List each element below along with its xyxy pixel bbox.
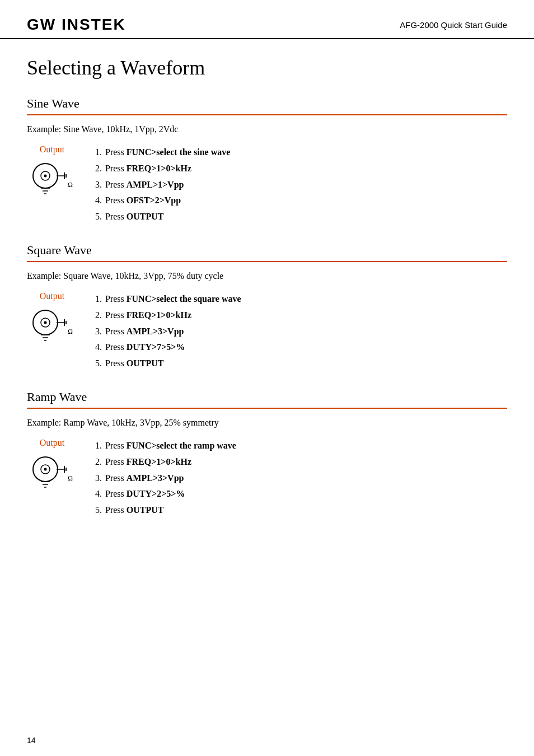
svg-text:Ω: Ω	[68, 474, 73, 482]
section-example-sine: Example: Sine Wave, 10kHz, 1Vpp, 2Vdc	[27, 124, 507, 134]
output-row-sine: OutputΩ1.Press FUNC>select the sine wave…	[27, 144, 507, 225]
step-bold-ramp-4: DUTY>2>5>%	[127, 489, 185, 498]
step-num-square-5: 5.	[88, 356, 102, 372]
step-item-ramp-5: 5.Press OUTPUT	[88, 502, 236, 519]
step-text-ramp-2: Press FREQ>1>0>kHz	[105, 454, 236, 470]
svg-text:Ω: Ω	[68, 181, 73, 189]
step-item-sine-5: 5.Press OUTPUT	[88, 209, 230, 225]
step-text-square-2: Press FREQ>1>0>kHz	[105, 307, 241, 324]
connector-icon-ramp: Ω	[30, 452, 74, 492]
step-text-ramp-3: Press AMPL>3>Vpp	[105, 470, 236, 487]
step-item-square-5: 5.Press OUTPUT	[88, 356, 241, 372]
step-item-sine-3: 3.Press AMPL>1>Vpp	[88, 177, 230, 193]
step-num-ramp-1: 1.	[88, 438, 102, 454]
steps-list-ramp: 1.Press FUNC>select the ramp wave2.Press…	[88, 438, 236, 519]
section-example-square: Example: Square Wave, 10kHz, 3Vpp, 75% d…	[27, 271, 507, 281]
output-label-square: Output	[40, 291, 64, 301]
step-text-square-5: Press OUTPUT	[105, 356, 241, 372]
logo-text: GW INSTEK	[27, 16, 126, 33]
step-item-ramp-4: 4.Press DUTY>2>5>%	[88, 486, 236, 502]
section-square: Square WaveExample: Square Wave, 10kHz, …	[27, 243, 507, 372]
step-text-sine-3: Press AMPL>1>Vpp	[105, 177, 230, 193]
svg-text:Ω: Ω	[68, 328, 73, 335]
step-num-square-4: 4.	[88, 339, 102, 356]
step-item-sine-4: 4.Press OFST>2>Vpp	[88, 193, 230, 209]
step-num-ramp-2: 2.	[88, 454, 102, 470]
section-divider-square	[27, 261, 507, 262]
step-bold-square-2: FREQ>1>0>kHz	[127, 310, 191, 320]
step-item-square-2: 2.Press FREQ>1>0>kHz	[88, 307, 241, 324]
section-divider-sine	[27, 114, 507, 115]
step-item-square-1: 1.Press FUNC>select the square wave	[88, 291, 241, 307]
step-text-ramp-4: Press DUTY>2>5>%	[105, 486, 236, 502]
page-header: GW INSTEK AFG-2000 Quick Start Guide	[0, 0, 534, 39]
step-bold-sine-5: OUTPUT	[127, 212, 164, 221]
page-content: Selecting a Waveform Sine WaveExample: S…	[0, 39, 534, 559]
step-bold-ramp-3: AMPL>3>Vpp	[127, 473, 184, 483]
sections-container: Sine WaveExample: Sine Wave, 10kHz, 1Vpp…	[27, 96, 507, 519]
section-ramp: Ramp WaveExample: Ramp Wave, 10kHz, 3Vpp…	[27, 390, 507, 519]
step-num-square-3: 3.	[88, 324, 102, 340]
step-item-ramp-1: 1.Press FUNC>select the ramp wave	[88, 438, 236, 454]
step-bold-sine-2: FREQ>1>0>kHz	[127, 164, 191, 173]
step-item-sine-2: 2.Press FREQ>1>0>kHz	[88, 161, 230, 177]
step-item-ramp-3: 3.Press AMPL>3>Vpp	[88, 470, 236, 487]
step-item-ramp-2: 2.Press FREQ>1>0>kHz	[88, 454, 236, 470]
step-bold-sine-1: FUNC>select the sine wave	[127, 147, 231, 157]
output-row-ramp: OutputΩ1.Press FUNC>select the ramp wave…	[27, 438, 507, 519]
step-bold-square-3: AMPL>3>Vpp	[127, 326, 184, 336]
step-bold-sine-3: AMPL>1>Vpp	[127, 180, 184, 189]
step-bold-square-5: OUTPUT	[127, 358, 164, 368]
step-text-sine-5: Press OUTPUT	[105, 209, 230, 225]
step-num-sine-5: 5.	[88, 209, 102, 225]
page-title: Selecting a Waveform	[27, 56, 507, 80]
step-bold-ramp-1: FUNC>select the ramp wave	[127, 441, 236, 450]
section-heading-ramp: Ramp Wave	[27, 390, 507, 404]
section-sine: Sine WaveExample: Sine Wave, 10kHz, 1Vpp…	[27, 96, 507, 225]
section-heading-square: Square Wave	[27, 243, 507, 258]
step-text-square-3: Press AMPL>3>Vpp	[105, 324, 241, 340]
step-text-sine-1: Press FUNC>select the sine wave	[105, 144, 230, 161]
step-bold-square-1: FUNC>select the square wave	[127, 294, 241, 304]
section-divider-ramp	[27, 408, 507, 409]
step-bold-sine-4: OFST>2>Vpp	[127, 195, 181, 205]
step-num-sine-2: 2.	[88, 161, 102, 177]
connector-icon-sine: Ω	[30, 159, 74, 198]
output-label-col-sine: OutputΩ	[27, 144, 77, 198]
connector-icon-square: Ω	[30, 306, 74, 345]
step-num-ramp-3: 3.	[88, 470, 102, 487]
svg-point-14	[44, 321, 47, 324]
step-num-sine-4: 4.	[88, 193, 102, 209]
output-row-square: OutputΩ1.Press FUNC>select the square wa…	[27, 291, 507, 372]
step-text-square-4: Press DUTY>7>5>%	[105, 339, 241, 356]
step-bold-square-4: DUTY>7>5>%	[127, 342, 185, 352]
output-label-col-square: OutputΩ	[27, 291, 77, 345]
output-label-col-ramp: OutputΩ	[27, 438, 77, 492]
svg-point-2	[44, 175, 47, 178]
step-text-ramp-1: Press FUNC>select the ramp wave	[105, 438, 236, 454]
output-label-ramp: Output	[40, 438, 64, 448]
step-num-ramp-5: 5.	[88, 502, 102, 519]
step-text-ramp-5: Press OUTPUT	[105, 502, 236, 519]
page-number: 14	[27, 736, 36, 745]
section-heading-sine: Sine Wave	[27, 96, 507, 111]
step-item-square-3: 3.Press AMPL>3>Vpp	[88, 324, 241, 340]
steps-list-square: 1.Press FUNC>select the square wave2.Pre…	[88, 291, 241, 372]
section-example-ramp: Example: Ramp Wave, 10kHz, 3Vpp, 25% sym…	[27, 418, 507, 428]
step-num-ramp-4: 4.	[88, 486, 102, 502]
step-num-square-1: 1.	[88, 291, 102, 307]
output-label-sine: Output	[40, 144, 64, 155]
step-bold-ramp-5: OUTPUT	[127, 505, 164, 515]
step-num-sine-3: 3.	[88, 177, 102, 193]
step-item-square-4: 4.Press DUTY>7>5>%	[88, 339, 241, 356]
page-footer: 14	[27, 736, 36, 745]
logo: GW INSTEK	[27, 16, 126, 34]
svg-point-26	[44, 468, 47, 470]
step-text-sine-4: Press OFST>2>Vpp	[105, 193, 230, 209]
guide-title: AFG-2000 Quick Start Guide	[400, 16, 507, 30]
step-text-square-1: Press FUNC>select the square wave	[105, 291, 241, 307]
step-item-sine-1: 1.Press FUNC>select the sine wave	[88, 144, 230, 161]
step-num-square-2: 2.	[88, 307, 102, 324]
steps-list-sine: 1.Press FUNC>select the sine wave2.Press…	[88, 144, 230, 225]
step-bold-ramp-2: FREQ>1>0>kHz	[127, 457, 191, 466]
